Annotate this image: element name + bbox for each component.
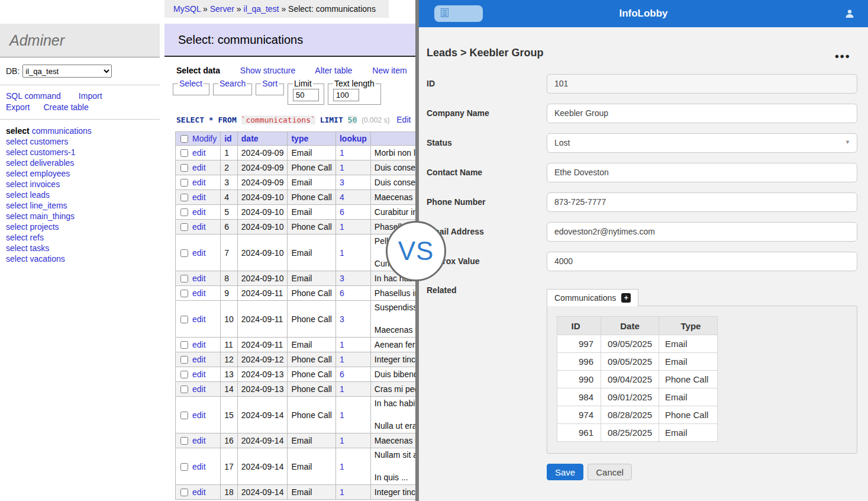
row-checkbox[interactable] (180, 223, 188, 231)
row-checkbox[interactable] (180, 194, 188, 201)
lookup-link[interactable]: 1 (340, 340, 344, 349)
select-link[interactable]: select (6, 147, 28, 157)
field-input[interactable] (547, 222, 857, 242)
table-name-link[interactable]: line_items (30, 201, 67, 210)
edit-link[interactable]: edit (192, 355, 206, 364)
row-checkbox[interactable] (180, 208, 188, 216)
breadcrumb-link-mysql[interactable]: MySQL (173, 4, 201, 14)
row-checkbox[interactable] (180, 290, 188, 297)
export-link[interactable]: Export (6, 102, 30, 112)
row-checkbox[interactable] (180, 149, 188, 157)
import-link[interactable]: Import (79, 91, 102, 101)
row-checkbox[interactable] (180, 386, 188, 393)
lookup-link[interactable]: 1 (340, 436, 344, 445)
row-checkbox[interactable] (180, 164, 188, 172)
sort-legend-link[interactable]: Sort (262, 79, 277, 88)
field-input[interactable] (547, 133, 857, 153)
more-options-icon[interactable]: ●●● (834, 53, 850, 59)
edit-link[interactable]: edit (192, 207, 206, 217)
table-name-link[interactable]: projects (30, 222, 59, 232)
lookup-link[interactable]: 6 (340, 370, 344, 379)
table-name-link[interactable]: invoices (30, 179, 60, 189)
row-checkbox[interactable] (180, 275, 188, 282)
breadcrumb-link-db[interactable]: il_qa_test (244, 4, 279, 14)
row-checkbox[interactable] (180, 316, 188, 323)
row-checkbox[interactable] (180, 249, 188, 257)
date-header-link[interactable]: date (241, 134, 259, 143)
nav-back-button[interactable] (434, 5, 483, 22)
row-checkbox[interactable] (180, 463, 188, 471)
lookup-link[interactable]: 6 (340, 288, 344, 298)
edit-link[interactable]: edit (192, 163, 206, 172)
edit-link[interactable]: edit (192, 384, 206, 394)
edit-link[interactable]: edit (192, 462, 206, 471)
row-checkbox[interactable] (180, 437, 188, 445)
select-all-checkbox[interactable] (180, 135, 188, 143)
row-checkbox[interactable] (180, 179, 188, 187)
edit-link[interactable]: edit (192, 178, 206, 187)
edit-link[interactable]: edit (192, 192, 206, 202)
edit-link[interactable]: edit (192, 487, 206, 497)
table-name-link[interactable]: customers (30, 137, 69, 146)
tab-communications[interactable]: Communications + (547, 289, 638, 306)
modify-header-link[interactable]: Modify (192, 134, 217, 143)
lookup-link[interactable]: 4 (340, 192, 344, 202)
select-link[interactable]: select (6, 211, 28, 221)
id-header-link[interactable]: id (224, 134, 231, 143)
breadcrumb-link-server[interactable]: Server (210, 4, 234, 14)
select-legend-link[interactable]: Select (179, 79, 202, 88)
select-link[interactable]: select (6, 254, 28, 264)
lookup-link[interactable]: 1 (340, 487, 344, 497)
field-input[interactable] (547, 192, 857, 212)
field-input[interactable] (547, 163, 857, 182)
row-checkbox[interactable] (180, 412, 188, 419)
edit-link[interactable]: edit (192, 274, 206, 283)
field-input[interactable] (547, 104, 857, 123)
row-checkbox[interactable] (180, 371, 188, 378)
table-name-link[interactable]: tasks (30, 243, 50, 253)
select-link[interactable]: select (6, 169, 28, 178)
edit-link[interactable]: edit (192, 248, 206, 258)
table-name-link[interactable]: customers-1 (30, 147, 76, 157)
field-input[interactable] (547, 74, 857, 94)
tab-new-item[interactable]: New item (372, 66, 406, 75)
select-link[interactable]: select (6, 190, 28, 200)
edit-link[interactable]: edit (192, 370, 206, 379)
row-checkbox[interactable] (180, 356, 188, 364)
create-table-link[interactable]: Create table (43, 102, 88, 112)
tab-select-data[interactable]: Select data (176, 66, 220, 75)
db-select[interactable]: il_qa_test (22, 65, 112, 78)
sql-edit-link[interactable]: Edit (396, 115, 411, 124)
table-name-link[interactable]: employees (30, 169, 70, 178)
table-name-link[interactable]: deliverables (30, 158, 75, 168)
user-icon[interactable] (844, 8, 855, 21)
lookup-link[interactable]: 1 (340, 462, 344, 471)
select-link[interactable]: select (6, 126, 30, 136)
edit-link[interactable]: edit (192, 410, 206, 420)
table-name-link[interactable]: main_things (30, 211, 75, 221)
lookup-link[interactable]: 1 (340, 148, 344, 158)
select-link[interactable]: select (6, 233, 28, 242)
table-name-link[interactable]: leads (30, 190, 50, 200)
select-link[interactable]: select (6, 137, 28, 146)
lookup-link[interactable]: 1 (340, 384, 344, 394)
edit-link[interactable]: edit (192, 340, 206, 349)
table-name-link[interactable]: refs (30, 233, 44, 242)
lookup-link[interactable]: 1 (340, 248, 344, 258)
edit-link[interactable]: edit (192, 314, 206, 324)
lookup-link[interactable]: 3 (340, 314, 344, 324)
lookup-link[interactable]: 1 (340, 163, 344, 172)
edit-link[interactable]: edit (192, 222, 206, 232)
select-link[interactable]: select (6, 243, 28, 253)
table-name-link[interactable]: communications (32, 126, 92, 136)
field-input[interactable] (547, 252, 857, 271)
lookup-link[interactable]: 3 (340, 178, 344, 187)
row-checkbox[interactable] (180, 341, 188, 349)
search-legend-link[interactable]: Search (220, 79, 246, 88)
lookup-link[interactable]: 1 (340, 410, 344, 420)
lookup-link[interactable]: 6 (340, 207, 344, 217)
add-communication-button[interactable]: + (621, 293, 631, 303)
lookup-link[interactable]: 1 (340, 355, 344, 364)
cancel-button[interactable]: Cancel (588, 464, 632, 480)
select-link[interactable]: select (6, 222, 28, 232)
